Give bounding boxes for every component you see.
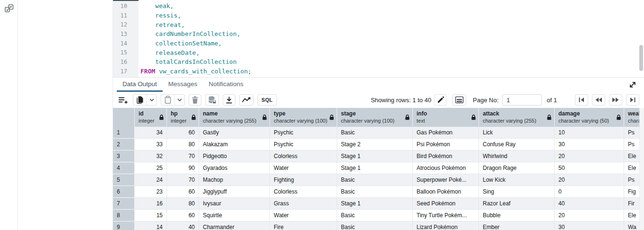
- grid-cell[interactable]: Colorless: [270, 150, 337, 162]
- column-header-type[interactable]: typecharacter varying (100): [270, 108, 337, 127]
- copy-button[interactable]: [133, 95, 147, 105]
- grid-cell[interactable]: 50: [555, 162, 624, 174]
- swap-panels-button[interactable]: [2, 2, 16, 15]
- editor-scrollbar[interactable]: [639, 45, 643, 71]
- grid-cell[interactable]: Water: [270, 162, 337, 174]
- grid-cell[interactable]: Confuse Ray: [479, 139, 555, 150]
- code-line[interactable]: 14 collectionSetName,: [113, 39, 637, 48]
- grid-cell[interactable]: 23: [135, 186, 167, 198]
- grid-cell[interactable]: 40: [167, 221, 199, 230]
- grid-cell[interactable]: Fir: [624, 198, 639, 210]
- row-number[interactable]: 8: [113, 210, 135, 221]
- code-line[interactable]: 12 retreat,: [113, 20, 637, 29]
- grid-cell[interactable]: 0: [555, 186, 624, 198]
- grid-cell[interactable]: Machop: [199, 174, 270, 186]
- grid-cell[interactable]: Basic: [337, 127, 413, 139]
- grid-cell[interactable]: 80: [167, 198, 199, 210]
- grid-cell[interactable]: Alakazam: [199, 139, 270, 150]
- tab-notifications[interactable]: Notifications: [203, 78, 249, 92]
- grid-cell[interactable]: 20: [555, 150, 624, 162]
- grid-cell[interactable]: 32: [135, 150, 167, 162]
- grid-cell[interactable]: Water: [270, 210, 337, 221]
- grid-cell[interactable]: 15: [135, 210, 167, 221]
- expand-panel-button[interactable]: [627, 79, 638, 90]
- download-results-button[interactable]: [223, 94, 235, 106]
- next-page-button[interactable]: [609, 94, 622, 106]
- column-header-attack[interactable]: attackcharacter varying (255): [479, 108, 555, 127]
- column-header-hp[interactable]: hpinteger: [167, 108, 199, 127]
- last-page-button[interactable]: [626, 94, 639, 106]
- grid-cell[interactable]: Dragon Rage: [479, 162, 555, 174]
- grid-cell[interactable]: Atrocious Pokémon: [413, 162, 479, 174]
- grid-cell[interactable]: Superpower Poké...: [413, 174, 479, 186]
- grid-cell[interactable]: Grass: [270, 198, 337, 210]
- grid-cell[interactable]: Stage 1: [337, 150, 413, 162]
- code-line[interactable]: 16 totalCardsInCollection: [113, 57, 637, 67]
- add-row-button[interactable]: [117, 94, 129, 106]
- grid-cell[interactable]: 70: [167, 150, 199, 162]
- grid-cell[interactable]: 70: [167, 174, 199, 186]
- first-page-button[interactable]: [575, 94, 588, 106]
- row-number[interactable]: 6: [113, 186, 135, 198]
- grid-corner-header[interactable]: [113, 108, 135, 127]
- grid-cell[interactable]: Stage 2: [337, 139, 413, 150]
- grid-cell[interactable]: Basic: [337, 221, 413, 230]
- grid-cell[interactable]: Fig: [624, 186, 639, 198]
- grid-cell[interactable]: Ps: [624, 174, 639, 186]
- grid-cell[interactable]: Ps: [624, 139, 639, 150]
- grid-cell[interactable]: Ele: [624, 210, 639, 221]
- grid-cell[interactable]: Whirlwind: [479, 150, 555, 162]
- previous-page-button[interactable]: [592, 94, 605, 106]
- grid-cell[interactable]: 80: [167, 139, 199, 150]
- grid-cell[interactable]: 33: [135, 139, 167, 150]
- grid-cell[interactable]: Gyarados: [199, 162, 270, 174]
- grid-cell[interactable]: Ps: [624, 127, 639, 139]
- row-number[interactable]: 9: [113, 221, 135, 230]
- grid-cell[interactable]: 30: [555, 221, 624, 230]
- column-header-name[interactable]: namecharacter varying (255): [199, 108, 270, 127]
- grid-scrollbar[interactable]: [639, 108, 644, 230]
- code-line[interactable]: 10 weak,: [113, 1, 637, 11]
- grid-cell[interactable]: Razor Leaf: [479, 198, 555, 210]
- grid-cell[interactable]: Psi Pokémon: [413, 139, 479, 150]
- grid-cell[interactable]: Seed Pokémon: [413, 198, 479, 210]
- grid-cell[interactable]: 10: [555, 127, 624, 139]
- grid-cell[interactable]: Psychic: [270, 139, 337, 150]
- grid-cell[interactable]: 16: [135, 198, 167, 210]
- grid-cell[interactable]: 90: [167, 162, 199, 174]
- row-number[interactable]: 4: [113, 162, 135, 174]
- grid-cell[interactable]: Pidgeotto: [199, 150, 270, 162]
- code-line[interactable]: 17FROM vw_cards_with_collection;: [113, 67, 637, 76]
- grid-cell[interactable]: 60: [167, 186, 199, 198]
- grid-cell[interactable]: Ele: [624, 162, 639, 174]
- grid-cell[interactable]: Ember: [479, 221, 555, 230]
- grid-cell[interactable]: Gas Pokémon: [413, 127, 479, 139]
- grid-cell[interactable]: Fire: [270, 221, 337, 230]
- paste-options-button[interactable]: [174, 95, 184, 105]
- grid-cell[interactable]: 60: [167, 210, 199, 221]
- code-line[interactable]: 15 releaseDate,: [113, 48, 637, 57]
- row-number[interactable]: 1: [113, 127, 135, 139]
- column-header-id[interactable]: idinteger: [135, 108, 167, 127]
- grid-cell[interactable]: Ivysaur: [199, 198, 270, 210]
- grid-cell[interactable]: Gastly: [199, 127, 270, 139]
- code-line[interactable]: 13 cardNumberInCollection,: [113, 29, 637, 39]
- code-line[interactable]: 11 ressis,: [113, 11, 637, 20]
- grid-cell[interactable]: 40: [555, 198, 624, 210]
- grid-cell[interactable]: 14: [135, 221, 167, 230]
- grid-cell[interactable]: Lizard Pokémon: [413, 221, 479, 230]
- grid-cell[interactable]: Ele: [624, 150, 639, 162]
- graph-visualiser-button[interactable]: [239, 94, 253, 106]
- copy-options-button[interactable]: [147, 95, 157, 105]
- page-no-input[interactable]: [502, 94, 542, 106]
- grid-cell[interactable]: Charmander: [199, 221, 270, 230]
- grid-cell[interactable]: Squirtle: [199, 210, 270, 221]
- grid-cell[interactable]: Tiny Turtle Pokém...: [413, 210, 479, 221]
- delete-row-button[interactable]: [189, 94, 201, 106]
- row-number[interactable]: 3: [113, 150, 135, 162]
- grid-cell[interactable]: Fighting: [270, 174, 337, 186]
- edit-data-button[interactable]: [434, 94, 447, 106]
- rows-panel-button[interactable]: [453, 94, 466, 106]
- grid-cell[interactable]: Balloon Pokémon: [413, 186, 479, 198]
- grid-cell[interactable]: Psychic: [270, 127, 337, 139]
